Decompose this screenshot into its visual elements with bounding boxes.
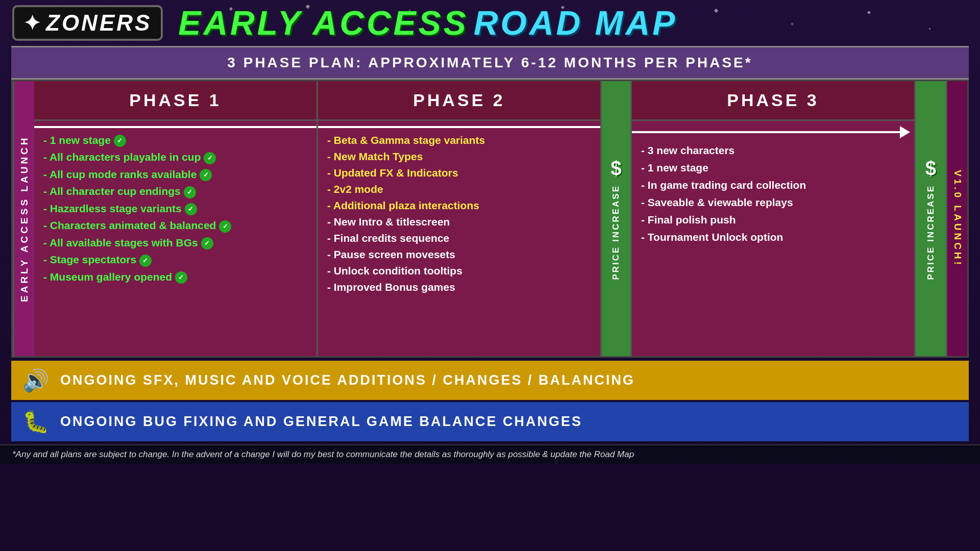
phase1-header: PHASE 1 xyxy=(34,81,316,121)
list-item: - 3 new characters xyxy=(641,144,905,157)
list-item: - Unlock condition tooltips xyxy=(327,265,591,277)
list-item: - Beta & Gamma stage variants xyxy=(327,134,591,146)
phase2-column: PHASE 2 - Beta & Gamma stage variants - … xyxy=(318,81,600,356)
phase3-header: PHASE 3 xyxy=(632,81,914,121)
list-item: - Improved Bonus games xyxy=(327,281,591,293)
list-item: - 1 new stage xyxy=(641,162,905,174)
list-item: - New Intro & titlescreen xyxy=(327,216,591,228)
footer-text: *Any and all plans are subject to change… xyxy=(12,449,634,459)
bug-bar-text: ONGOING BUG FIXING AND GENERAL GAME BALA… xyxy=(60,414,582,430)
list-item: - Additional plaza interactions xyxy=(327,199,591,212)
list-item: - 1 new stage ✓ xyxy=(43,134,307,147)
phase1-column: PHASE 1 - 1 new stage ✓ - All characters… xyxy=(34,81,318,356)
logo-text: ZONERS xyxy=(46,10,152,36)
list-item: - All character cup endings ✓ xyxy=(43,185,307,198)
phase3-column: PHASE 3 - 3 new characters - 1 new stage… xyxy=(632,81,914,356)
early-access-title: EARLY ACCESS xyxy=(178,4,469,42)
list-item: - 2v2 mode xyxy=(327,183,591,195)
price-dollar-icon-1: $ xyxy=(610,158,621,180)
list-item: - Saveable & viewable replays xyxy=(641,196,905,209)
bug-bar: 🐛 ONGOING BUG FIXING AND GENERAL GAME BA… xyxy=(11,402,969,441)
price-increase-label-2: Price Increase xyxy=(926,185,936,280)
phase1-items: - 1 new stage ✓ - All characters playabl… xyxy=(34,130,316,288)
list-item: - Final polish push xyxy=(641,214,905,226)
phase-plan-bar: 3 PHASE PLAN: APPROXIMATELY 6-12 MONTHS … xyxy=(11,46,969,80)
list-item: - Stage spectators ✓ xyxy=(43,254,307,266)
header: ✦ ZONERS EARLY ACCESS ROAD MAP xyxy=(0,0,980,46)
list-item: - Final credits sequence xyxy=(327,232,591,244)
list-item: - Characters animated & balanced ✓ xyxy=(43,219,307,232)
price-increase-1: $ Price Increase xyxy=(600,81,632,356)
v10-launch-label: V1.0 LAUNCH! xyxy=(946,81,967,356)
road-map-title: ROAD MAP xyxy=(474,4,677,42)
phases-area: EARLY ACCESS LAUNCH PHASE 1 - 1 new stag… xyxy=(11,80,969,358)
sfx-bar-text: ONGOING SFX, MUSIC AND VOICE ADDITIONS /… xyxy=(60,372,635,388)
list-item: - Updated FX & Indicators xyxy=(327,167,591,179)
list-item: - Tournament Unlock option xyxy=(641,231,905,243)
list-item: - In game trading card collection xyxy=(641,179,905,191)
list-item: - All characters playable in cup ✓ xyxy=(43,151,307,164)
logo-star-icon: ✦ xyxy=(23,11,41,35)
phase2-label: PHASE 2 xyxy=(413,90,505,110)
phase2-items: - Beta & Gamma stage variants - New Matc… xyxy=(318,130,600,297)
sfx-bar: 🔊 ONGOING SFX, MUSIC AND VOICE ADDITIONS… xyxy=(11,361,969,400)
list-item: - New Match Types xyxy=(327,151,591,163)
phase-plan-text: 3 PHASE PLAN: APPROXIMATELY 6-12 MONTHS … xyxy=(227,55,752,70)
list-item: - Pause screen movesets xyxy=(327,248,591,261)
logo-box: ✦ ZONERS xyxy=(12,5,163,41)
phase2-header: PHASE 2 xyxy=(318,81,600,121)
footer-disclaimer: *Any and all plans are subject to change… xyxy=(0,444,980,464)
price-dollar-icon-2: $ xyxy=(925,158,936,180)
list-item: - Museum gallery opened ✓ xyxy=(43,271,307,284)
phase3-label: PHASE 3 xyxy=(727,90,819,110)
list-item: - Hazardless stage variants ✓ xyxy=(43,203,307,215)
bug-icon: 🐛 xyxy=(22,409,49,434)
phase1-label: PHASE 1 xyxy=(129,90,222,110)
price-increase-label-1: Price Increase xyxy=(611,185,621,280)
early-access-side-label: EARLY ACCESS LAUNCH xyxy=(13,81,34,356)
list-item: - All available stages with BGs ✓ xyxy=(43,237,307,249)
speaker-icon: 🔊 xyxy=(22,368,49,393)
price-increase-2: $ Price Increase xyxy=(914,81,946,356)
phase3-items: - 3 new characters - 1 new stage - In ga… xyxy=(632,140,914,247)
list-item: - All cup mode ranks available ✓ xyxy=(43,168,307,181)
